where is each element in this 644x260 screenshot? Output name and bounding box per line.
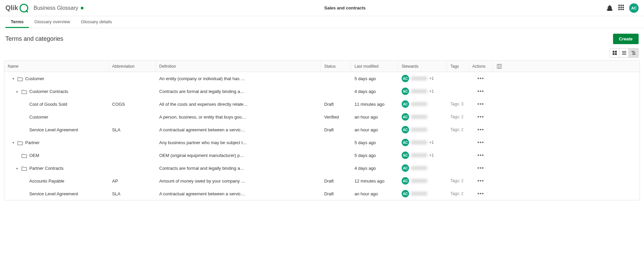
view-tree-button[interactable] [629, 48, 638, 57]
more-actions-button[interactable]: ••• [477, 139, 484, 145]
modified-cell: 11 minutes ago [351, 98, 398, 110]
row-spacer [493, 174, 506, 187]
table-row[interactable]: CustomerA person, business, or entity th… [4, 110, 640, 123]
col-stewards[interactable]: Stewards [398, 61, 447, 72]
more-actions-button[interactable]: ••• [477, 152, 484, 158]
table-row[interactable]: ▾PartnerAny business partner who may be … [4, 136, 640, 149]
tags-cell [447, 136, 469, 149]
steward-avatar[interactable]: AC [402, 126, 409, 133]
user-avatar[interactable]: AC [629, 3, 639, 13]
steward-avatar[interactable]: AC [402, 88, 409, 95]
chevron-right-icon[interactable]: ▸ [15, 90, 19, 93]
notifications-icon[interactable] [606, 5, 613, 11]
steward-avatar[interactable]: AC [402, 75, 409, 82]
modified-cell: 4 days ago [351, 162, 398, 174]
steward-avatar[interactable]: AC [402, 113, 409, 121]
stewards-cell: AC+1 [398, 136, 447, 149]
view-list-button[interactable] [619, 48, 629, 57]
table-row[interactable]: Service Level AgreementSLAA contractual … [4, 187, 640, 200]
row-spacer [493, 136, 506, 149]
actions-cell: ••• [469, 162, 493, 174]
name-cell: ▾Partner [4, 136, 109, 149]
table-row[interactable]: ▸Partner ContractsContracts are formal a… [4, 162, 640, 174]
steward-avatar[interactable]: AC [402, 152, 409, 159]
create-button[interactable]: Create [613, 34, 639, 44]
row-spacer [493, 187, 506, 200]
tab-glossary-details[interactable]: Glossary details [75, 16, 117, 28]
definition-cell: A contractual agreement between a servic… [156, 187, 321, 200]
name-cell: ▸Partner Contracts [4, 162, 109, 174]
stewards-cell: AC [398, 174, 447, 187]
table-row[interactable]: Accounts PayableAPAmount of money owed b… [4, 174, 640, 187]
tab-glossary-overview[interactable]: Glossary overview [29, 16, 75, 28]
table-row[interactable]: OEMOEM (original equipment manufacturer)… [4, 149, 640, 162]
steward-avatar[interactable]: AC [402, 177, 409, 185]
table-row[interactable]: ▾CustomerAn entity (company or individua… [4, 72, 640, 85]
more-actions-button[interactable]: ••• [477, 165, 484, 171]
tab-bar: Terms Glossary overview Glossary details [0, 16, 644, 28]
row-name: Partner Contracts [29, 166, 64, 171]
table-row[interactable]: ▸Customer ContractsContracts are formal … [4, 85, 640, 98]
column-settings-button[interactable] [493, 61, 506, 72]
more-actions-button[interactable]: ••• [477, 114, 484, 120]
row-name: OEM [29, 153, 39, 158]
chevron-down-icon[interactable]: ▾ [11, 77, 15, 80]
col-actions[interactable]: Actions [469, 61, 493, 72]
col-status[interactable]: Status [321, 61, 351, 72]
col-abbreviation[interactable]: Abbreviation [109, 61, 156, 72]
definition-cell: A person, business, or entity that buys … [156, 110, 321, 123]
definition-cell: OEM (original equipment manufacturer) p… [156, 149, 321, 162]
svg-rect-2 [612, 53, 614, 55]
context-title: Sales and contracts [83, 5, 606, 10]
tags-cell [447, 162, 469, 174]
actions-cell: ••• [469, 72, 493, 85]
chevron-right-icon[interactable]: ▸ [15, 166, 19, 170]
stewards-cell: AC [398, 98, 447, 110]
row-spacer [493, 123, 506, 136]
more-actions-button[interactable]: ••• [477, 101, 484, 107]
col-last-modified[interactable]: Last modified [351, 61, 398, 72]
table-row[interactable]: Cost of Goods SoldCOGSAll of the costs a… [4, 98, 640, 110]
product-logo[interactable]: Qlik [5, 4, 28, 12]
svg-rect-6 [622, 54, 626, 55]
col-name[interactable]: Name [4, 61, 109, 72]
view-grid-button[interactable] [610, 48, 619, 57]
abbreviation-cell: AP [109, 174, 156, 187]
tags-cell: Tags: 2 [447, 174, 469, 187]
col-definition[interactable]: Definition [156, 61, 321, 72]
row-name: Service Level Agreement [29, 191, 78, 196]
product-name: Qlik [5, 4, 18, 12]
app-header: Qlik Business Glossary Sales and contrac… [0, 0, 644, 16]
app-launcher-icon[interactable] [618, 5, 624, 11]
steward-avatar[interactable]: AC [402, 190, 409, 197]
steward-more-count: +1 [429, 140, 434, 145]
actions-cell: ••• [469, 85, 493, 98]
more-actions-button[interactable]: ••• [477, 88, 484, 94]
steward-avatar[interactable]: AC [402, 100, 409, 108]
row-spacer [493, 110, 506, 123]
view-switch [610, 48, 639, 58]
row-spacer [493, 85, 506, 98]
more-actions-button[interactable]: ••• [477, 191, 484, 197]
stewards-cell: AC [398, 162, 447, 174]
column-settings-icon [497, 64, 502, 69]
steward-avatar[interactable]: AC [402, 164, 409, 172]
row-name: Accounts Payable [29, 178, 64, 184]
steward-avatar[interactable]: AC [402, 139, 409, 146]
chevron-down-icon[interactable]: ▾ [11, 141, 15, 144]
tab-terms[interactable]: Terms [5, 16, 29, 28]
col-tags[interactable]: Tags [447, 61, 469, 72]
name-cell: OEM [4, 149, 109, 162]
modified-cell: an hour ago [351, 187, 398, 200]
more-actions-button[interactable]: ••• [477, 127, 484, 133]
actions-cell: ••• [469, 136, 493, 149]
more-actions-button[interactable]: ••• [477, 178, 484, 184]
more-actions-button[interactable]: ••• [477, 75, 484, 82]
row-spacer [493, 162, 506, 174]
steward-name-blurred [411, 76, 427, 80]
table-row[interactable]: Service Level AgreementSLAA contractual … [4, 123, 640, 136]
app-title: Business Glossary [34, 5, 78, 11]
definition-cell: Contracts are formal and legally binding… [156, 85, 321, 98]
status-cell: Draft [321, 174, 351, 187]
svg-rect-3 [615, 53, 616, 55]
